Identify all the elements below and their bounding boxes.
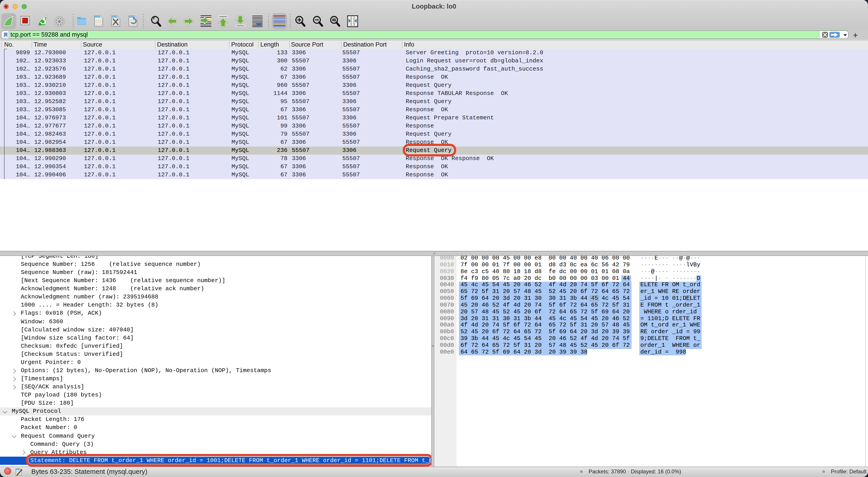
svg-text:01110: 01110 — [95, 23, 102, 26]
